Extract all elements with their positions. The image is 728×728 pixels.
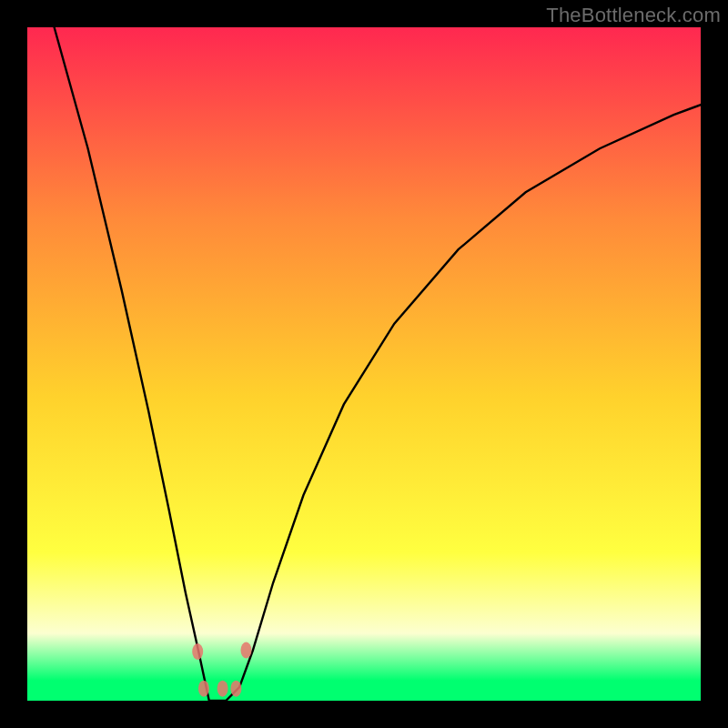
plot-area — [27, 27, 701, 701]
watermark-text: TheBottleneck.com — [546, 4, 721, 27]
curve-marker — [192, 643, 203, 660]
curve-marker — [241, 642, 252, 659]
minimum-markers — [192, 642, 251, 697]
curve-marker — [230, 681, 241, 697]
curve-marker — [217, 681, 228, 697]
chart-frame: TheBottleneck.com — [0, 0, 728, 728]
curve-marker — [198, 681, 209, 697]
bottleneck-curve — [55, 27, 701, 701]
curve-layer — [27, 27, 701, 701]
